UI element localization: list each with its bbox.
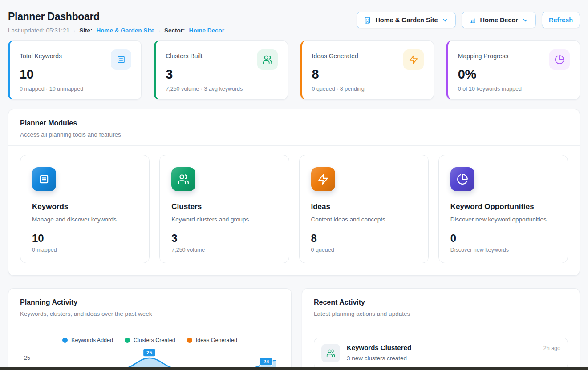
y-axis-tick: 25 — [19, 355, 34, 361]
data-label-24: 24 — [260, 358, 272, 366]
module-value: 10 — [32, 232, 138, 245]
page-header: Planner Dashboard Last updated: 05:31:21… — [8, 6, 580, 34]
module-card-ideas[interactable]: Ideas Content ideas and concepts 8 0 que… — [299, 155, 429, 263]
legend-dot — [125, 338, 130, 343]
stat-card-ideas-generated: Ideas Generated 8 0 queued · 8 pending — [300, 40, 434, 100]
keywords-added-area-series: 25 24 — [34, 348, 284, 369]
stat-caption: 0 mapped · 10 unmapped — [20, 86, 131, 92]
last-updated-text: Last updated: 05:31:21 — [8, 27, 69, 34]
stats-row: Total Keywords 10 0 mapped · 10 unmapped… — [8, 40, 580, 100]
refresh-button[interactable]: Refresh — [542, 12, 580, 28]
module-title: Keywords — [32, 202, 138, 211]
site-selector-label: Home & Garden Site — [375, 16, 438, 24]
stat-caption: 0 of 10 keywords mapped — [458, 86, 570, 92]
users-icon — [171, 167, 195, 191]
panel-subtitle: Access all planning tools and features — [20, 131, 568, 138]
planner-modules-panel: Planner Modules Access all planning tool… — [8, 109, 580, 276]
legend-label: Keywords Added — [71, 337, 113, 343]
stat-card-total-keywords: Total Keywords 10 0 mapped · 10 unmapped — [8, 40, 142, 100]
svg-text:24: 24 — [264, 359, 269, 365]
bottom-edge-bar — [0, 367, 588, 370]
sector-link[interactable]: Home Decor — [189, 27, 224, 34]
module-caption: 7,250 volume — [171, 247, 277, 253]
stat-card-mapping-progress: Mapping Progress 0% 0 of 10 keywords map… — [446, 40, 580, 100]
stat-label: Total Keywords — [20, 52, 62, 60]
module-description: Manage and discover keywords — [32, 216, 138, 223]
recent-activity-panel: Recent Activity Latest planning actions … — [302, 288, 580, 370]
chart-legend: Keywords Added Clusters Created Ideas Ge… — [8, 337, 291, 343]
zap-icon — [311, 167, 335, 191]
legend-dot — [62, 338, 68, 343]
meta-separator: · — [73, 28, 75, 34]
sector-selector-dropdown[interactable]: Home Decor — [462, 12, 536, 28]
site-label: Site: — [79, 27, 92, 34]
chevron-down-icon — [522, 17, 529, 24]
module-title: Keyword Opportunities — [450, 202, 556, 211]
stat-caption: 7,250 volume · 3 avg keywords — [166, 86, 277, 92]
activity-item-time: 2h ago — [543, 345, 560, 351]
panel-subtitle: Latest planning actions and updates — [314, 310, 568, 317]
module-description: Discover new keyword opportunities — [450, 216, 556, 223]
module-description: Content ideas and concepts — [311, 216, 417, 223]
zap-icon — [403, 49, 424, 70]
site-link[interactable]: Home & Garden Site — [96, 27, 154, 34]
stat-label: Clusters Built — [166, 52, 202, 60]
module-caption: 0 queued — [311, 247, 417, 253]
header-actions: Home & Garden Site Home Decor Refresh — [357, 12, 580, 28]
users-icon — [257, 49, 278, 70]
pie-chart-icon — [450, 167, 474, 191]
note-icon — [32, 167, 56, 191]
activity-item-body: Keywords Clustered 2h ago 3 new clusters… — [347, 344, 560, 362]
module-title: Clusters — [171, 202, 277, 211]
panel-subtitle: Keywords, clusters, and ideas over the p… — [20, 310, 280, 317]
module-caption: Discover new keywords — [450, 247, 556, 253]
data-label-25: 25 — [143, 349, 155, 357]
legend-dot — [187, 338, 192, 343]
planner-dashboard-page: Planner Dashboard Last updated: 05:31:21… — [0, 0, 588, 370]
module-caption: 0 mapped — [32, 247, 138, 253]
header-meta: Last updated: 05:31:21 · Site: Home & Ga… — [8, 27, 224, 34]
activity-item-title: Keywords Clustered — [347, 344, 411, 351]
module-value: 0 — [450, 232, 556, 245]
meta-separator: · — [158, 28, 160, 34]
legend-label: Clusters Created — [134, 337, 175, 343]
legend-item-clusters-created: Clusters Created — [125, 337, 175, 343]
site-selector-dropdown[interactable]: Home & Garden Site — [357, 12, 455, 28]
planning-activity-header: Planning Activity Keywords, clusters, an… — [8, 289, 291, 325]
building-icon — [364, 16, 371, 24]
legend-item-ideas-generated: Ideas Generated — [187, 337, 237, 343]
stat-label: Mapping Progress — [458, 52, 509, 60]
module-value: 3 — [171, 232, 277, 245]
chevron-down-icon — [442, 17, 449, 24]
panel-title: Planner Modules — [20, 119, 568, 127]
activity-item-keywords-clustered: Keywords Clustered 2h ago 3 new clusters… — [314, 338, 568, 370]
activity-list: Keywords Clustered 2h ago 3 new clusters… — [302, 325, 580, 370]
activity-chart: Keywords Added Clusters Created Ideas Ge… — [8, 337, 291, 369]
page-title: Planner Dashboard — [8, 11, 224, 23]
users-icon — [321, 344, 340, 362]
panel-title: Recent Activity — [314, 298, 568, 306]
note-icon — [111, 49, 131, 70]
module-card-clusters[interactable]: Clusters Keyword clusters and groups 3 7… — [159, 155, 289, 263]
activity-item-description: 3 new clusters created — [347, 355, 560, 362]
pie-chart-icon — [549, 49, 570, 70]
svg-text:25: 25 — [146, 350, 152, 356]
bar-chart-icon — [469, 16, 476, 24]
modules-grid: Keywords Manage and discover keywords 10… — [8, 146, 580, 275]
module-title: Ideas — [311, 202, 417, 211]
stat-label: Ideas Generated — [312, 52, 358, 60]
module-card-keywords[interactable]: Keywords Manage and discover keywords 10… — [20, 155, 150, 263]
chart-plot-area: 25 25 24 — [8, 348, 291, 369]
planner-modules-header: Planner Modules Access all planning tool… — [8, 109, 580, 146]
module-card-keyword-opportunities[interactable]: Keyword Opportunities Discover new keywo… — [438, 155, 568, 263]
sector-selector-label: Home Decor — [480, 16, 518, 24]
panel-title: Planning Activity — [20, 298, 280, 306]
legend-label: Ideas Generated — [196, 337, 237, 343]
planning-activity-panel: Planning Activity Keywords, clusters, an… — [8, 288, 292, 370]
stat-caption: 0 queued · 8 pending — [312, 86, 424, 92]
sector-label: Sector: — [164, 27, 185, 34]
header-left: Planner Dashboard Last updated: 05:31:21… — [8, 6, 224, 34]
module-description: Keyword clusters and groups — [171, 216, 277, 223]
legend-item-keywords-added: Keywords Added — [62, 337, 113, 343]
module-value: 8 — [311, 232, 417, 245]
